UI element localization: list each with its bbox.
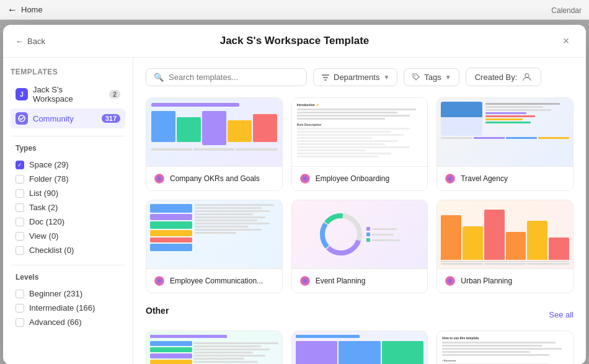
community-icon bbox=[16, 112, 28, 125]
type-checkbox-task[interactable] bbox=[16, 203, 24, 212]
sidebar-item-workspace[interactable]: J Jack S's Workspace 2 bbox=[11, 81, 125, 107]
departments-filter-button[interactable]: Departments ▼ bbox=[313, 68, 397, 86]
svg-point-8 bbox=[445, 174, 455, 184]
template-thumb-comm bbox=[146, 200, 282, 269]
type-item-space[interactable]: Space (29) bbox=[11, 158, 125, 172]
level-item-advanced[interactable]: Advanced (66) bbox=[11, 315, 125, 329]
sidebar-item-community[interactable]: Community 317 bbox=[11, 109, 125, 128]
svg-rect-3 bbox=[324, 79, 327, 81]
calendar-label: Calendar bbox=[551, 6, 582, 15]
main-content: 🔍 Departments ▼ bbox=[133, 58, 586, 364]
template-thumb-other3: How to use this template • Directions bbox=[437, 331, 573, 364]
type-item-doc[interactable]: Doc (120) bbox=[11, 215, 125, 229]
type-label-folder: Folder (78) bbox=[29, 174, 69, 184]
type-checkbox-doc[interactable] bbox=[16, 218, 24, 226]
search-box[interactable]: 🔍 bbox=[146, 68, 307, 86]
template-card-onboarding[interactable]: Introduction ⚡ Role Description bbox=[291, 97, 428, 191]
template-thumb-urban bbox=[437, 200, 573, 269]
search-input[interactable] bbox=[169, 73, 299, 82]
tags-icon bbox=[412, 73, 420, 81]
template-info-event: Event Planning bbox=[292, 269, 428, 293]
tags-filter-button[interactable]: Tags ▼ bbox=[404, 68, 459, 86]
type-item-folder[interactable]: Folder (78) bbox=[11, 172, 125, 186]
svg-point-6 bbox=[154, 174, 164, 184]
modal-body: Templates J Jack S's Workspace 2 Communi… bbox=[3, 58, 586, 364]
svg-point-14 bbox=[300, 276, 310, 286]
sidebar: Templates J Jack S's Workspace 2 Communi… bbox=[3, 58, 133, 364]
svg-rect-2 bbox=[323, 77, 328, 78]
type-checkbox-space[interactable] bbox=[16, 161, 24, 169]
other-section-header: Other See all bbox=[146, 306, 574, 323]
template-name-comm: Employee Communication... bbox=[170, 277, 263, 285]
departments-chevron-icon: ▼ bbox=[383, 74, 389, 81]
other-templates-grid: Loading... bbox=[146, 331, 574, 364]
template-card-other3[interactable]: How to use this template • Directions bbox=[436, 331, 574, 364]
svg-point-15 bbox=[445, 276, 455, 286]
back-button[interactable]: ← Back bbox=[16, 37, 45, 46]
template-info-onboarding: Employee Onboarding bbox=[292, 166, 428, 190]
template-name-onboarding: Employee Onboarding bbox=[316, 174, 389, 183]
template-thumb-other1 bbox=[146, 331, 282, 364]
level-checkbox-intermediate[interactable] bbox=[16, 304, 24, 313]
level-label-beginner: Beginner (231) bbox=[29, 289, 82, 298]
see-all-button[interactable]: See all bbox=[549, 310, 574, 319]
template-logo-onboarding bbox=[299, 173, 311, 184]
template-card-travel[interactable]: Travel Agency bbox=[436, 97, 574, 191]
workspace-label: Jack S's Workspace bbox=[33, 85, 104, 104]
featured-templates-grid: Company OKRs and Goals Introduction ⚡ bbox=[146, 97, 574, 293]
search-icon: 🔍 bbox=[154, 73, 164, 82]
template-card-other1[interactable]: Loading... bbox=[146, 331, 283, 364]
type-label-view: View (0) bbox=[29, 231, 58, 241]
type-item-view[interactable]: View (0) bbox=[11, 229, 125, 243]
type-item-task[interactable]: Task (2) bbox=[11, 200, 125, 215]
community-badge: 317 bbox=[102, 114, 120, 123]
type-label-doc: Doc (120) bbox=[29, 217, 64, 226]
template-info-urban: Urban Planning bbox=[437, 269, 573, 293]
template-card-other2[interactable]: Loading... bbox=[291, 331, 428, 364]
template-name-urban: Urban Planning bbox=[461, 277, 512, 285]
level-checkbox-advanced[interactable] bbox=[16, 318, 24, 327]
top-bar: ← Home Calendar bbox=[0, 0, 589, 20]
template-card-urban[interactable]: Urban Planning bbox=[436, 200, 574, 293]
community-label: Community bbox=[33, 114, 97, 123]
type-checkbox-view[interactable] bbox=[16, 232, 24, 241]
created-by-label: Created By: bbox=[475, 73, 518, 82]
level-label-intermediate: Intermediate (166) bbox=[29, 303, 95, 313]
type-item-checklist[interactable]: Checklist (0) bbox=[11, 243, 125, 257]
template-thumb-okr bbox=[146, 98, 282, 166]
level-item-beginner[interactable]: Beginner (231) bbox=[11, 286, 125, 301]
workspace-icon: J bbox=[16, 88, 28, 100]
template-logo-comm bbox=[154, 275, 165, 286]
template-name-travel: Travel Agency bbox=[461, 174, 508, 183]
tags-chevron-icon: ▼ bbox=[445, 74, 451, 81]
types-section-title: Types bbox=[11, 144, 125, 153]
level-label-advanced: Advanced (66) bbox=[29, 317, 82, 327]
other-section-label: Other bbox=[146, 306, 169, 316]
template-thumb-event bbox=[292, 200, 428, 269]
level-item-intermediate[interactable]: Intermediate (166) bbox=[11, 301, 125, 315]
template-thumb-onboarding: Introduction ⚡ Role Description bbox=[292, 98, 428, 166]
templates-section-title: Templates bbox=[11, 68, 125, 76]
workspace-badge: 2 bbox=[109, 90, 120, 99]
template-card-okr[interactable]: Company OKRs and Goals bbox=[146, 97, 283, 191]
template-card-event[interactable]: Event Planning bbox=[291, 200, 428, 293]
type-checkbox-folder[interactable] bbox=[16, 175, 24, 184]
back-label: Back bbox=[27, 37, 45, 46]
template-card-comm[interactable]: Employee Communication... bbox=[146, 200, 283, 293]
departments-label: Departments bbox=[334, 73, 379, 82]
sidebar-divider bbox=[11, 136, 125, 136]
type-item-list[interactable]: List (90) bbox=[11, 186, 125, 200]
svg-point-9 bbox=[154, 276, 164, 286]
type-checkbox-checklist[interactable] bbox=[16, 246, 24, 255]
level-checkbox-beginner[interactable] bbox=[16, 290, 24, 298]
type-label-checklist: Checklist (0) bbox=[29, 246, 74, 255]
type-label-space: Space (29) bbox=[29, 160, 69, 169]
type-checkbox-list[interactable] bbox=[16, 189, 24, 198]
template-logo-urban bbox=[445, 275, 456, 286]
close-button[interactable]: × bbox=[559, 33, 574, 48]
levels-section-title: Levels bbox=[11, 273, 125, 282]
template-logo-travel bbox=[445, 173, 456, 184]
created-by-icon bbox=[522, 72, 532, 82]
back-arrow-icon: ← bbox=[7, 4, 17, 16]
created-by-button[interactable]: Created By: bbox=[466, 68, 542, 86]
